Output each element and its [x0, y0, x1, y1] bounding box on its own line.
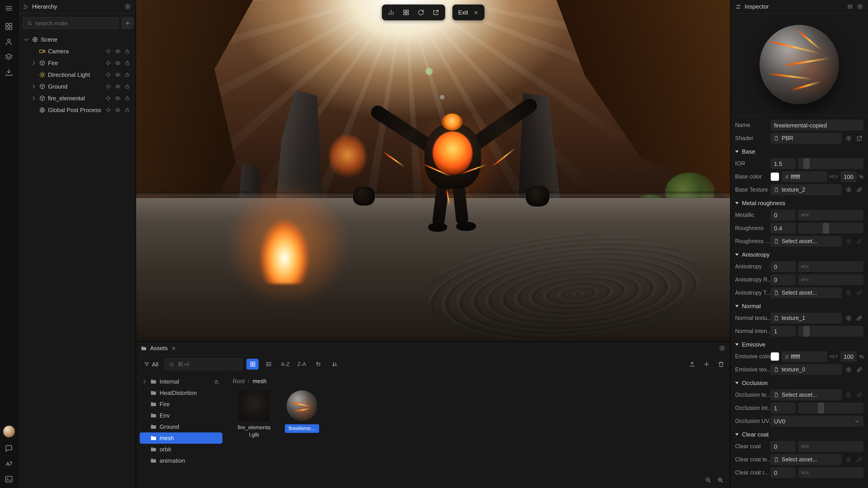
anisotropy-slider[interactable]: MIN — [798, 261, 864, 272]
normal-intensity-input[interactable]: 1 — [770, 326, 796, 337]
texture-settings-icon[interactable] — [844, 289, 852, 297]
folder-item-env[interactable]: Env — [140, 410, 222, 421]
texture-settings-icon[interactable] — [844, 186, 852, 194]
ior-slider[interactable] — [798, 158, 864, 169]
material-thumbnail[interactable] — [287, 390, 317, 421]
hierarchy-search-box[interactable] — [23, 17, 119, 29]
clear-coat-slider[interactable]: MIN — [798, 441, 864, 452]
lock-icon[interactable] — [124, 84, 130, 89]
clear-coat-roughness-input[interactable]: 0 — [770, 467, 796, 478]
section-emissive[interactable]: Emissive — [735, 341, 864, 348]
shader-settings-icon[interactable] — [844, 134, 852, 142]
section-clear-coat[interactable]: Clear coat — [735, 431, 864, 437]
grid-view-button[interactable] — [247, 359, 259, 369]
hierarchy-item-fire-elemental[interactable]: fire_elemental — [21, 92, 133, 104]
zoom-in-icon[interactable] — [717, 477, 724, 484]
name-input[interactable] — [774, 122, 860, 129]
color-swatch[interactable] — [770, 172, 779, 181]
downloads-icon[interactable] — [4, 68, 13, 77]
metallic-slider[interactable]: MIN — [798, 210, 864, 221]
inspector-settings-icon[interactable] — [857, 3, 864, 10]
viewport[interactable]: Exit — [136, 0, 730, 341]
texture-link-icon[interactable] — [855, 365, 864, 374]
add-node-button[interactable] — [122, 17, 133, 29]
texture-link-icon[interactable] — [855, 186, 864, 194]
normal-intensity-slider[interactable] — [798, 326, 864, 337]
alpha-input[interactable]: 100 — [840, 171, 857, 182]
folder-item-fire[interactable]: Fire — [140, 398, 222, 410]
folder-item-mesh[interactable]: mesh — [140, 432, 222, 444]
select-asset-chip[interactable]: Select asset... — [770, 454, 842, 465]
texture-link-icon[interactable] — [855, 237, 864, 246]
pick-icon[interactable] — [105, 48, 111, 54]
upload-icon[interactable] — [688, 361, 696, 368]
anisotropy-input[interactable]: 0 — [770, 261, 796, 272]
hierarchy-item-global-post-process[interactable]: Global Post Process — [21, 104, 133, 116]
assets-search-box[interactable] — [165, 358, 243, 370]
reload-button[interactable] — [414, 7, 428, 18]
eye-icon[interactable] — [115, 84, 121, 89]
viewport-canvas[interactable] — [136, 0, 730, 341]
material-preview[interactable] — [731, 13, 868, 116]
section-normal[interactable]: Normal — [735, 303, 864, 309]
anisotropy-rotation-input[interactable]: 0 — [770, 274, 796, 285]
asset-item-material[interactable]: fireeleme... — [283, 390, 320, 433]
model-thumbnail[interactable] — [239, 390, 270, 421]
section-base[interactable]: Base — [735, 148, 864, 155]
lock-icon[interactable] — [124, 48, 130, 54]
texture-settings-icon[interactable] — [844, 314, 852, 322]
console-icon[interactable] — [4, 475, 13, 484]
texture-link-icon[interactable] — [855, 391, 864, 399]
hierarchy-item-ground[interactable]: Ground — [21, 80, 133, 92]
metallic-input[interactable]: 0 — [770, 210, 796, 221]
texture-settings-icon[interactable] — [844, 455, 852, 464]
caret-right-icon[interactable] — [31, 60, 37, 66]
texture-link-icon[interactable] — [855, 455, 864, 464]
hierarchy-item-fire[interactable]: Fire — [21, 57, 133, 69]
section-metal-roughness[interactable]: Metal roughness — [735, 200, 864, 206]
eye-icon[interactable] — [115, 60, 121, 66]
eye-icon[interactable] — [115, 95, 121, 101]
shader-chip[interactable]: PBR — [770, 133, 842, 144]
ior-input[interactable]: 1.5 — [770, 158, 796, 169]
select-asset-chip[interactable]: Select asset... — [770, 236, 842, 247]
pick-icon[interactable] — [105, 84, 111, 89]
eye-icon[interactable] — [115, 107, 121, 113]
texture-link-icon[interactable] — [855, 314, 864, 322]
sort-asc-icon[interactable] — [312, 359, 324, 369]
texture-settings-icon[interactable] — [844, 237, 852, 246]
select-asset-chip[interactable]: Select asset... — [770, 287, 842, 298]
sort-desc-icon[interactable] — [329, 359, 341, 369]
filter-button[interactable]: All — [142, 358, 161, 370]
hex-input[interactable]: # ffffff — [782, 171, 827, 182]
folder-item-animation[interactable]: animation — [140, 455, 222, 466]
clear-coat-input[interactable]: 0 — [770, 441, 796, 452]
delete-asset-icon[interactable] — [717, 361, 725, 368]
stats-button[interactable] — [384, 7, 398, 18]
texture-link-icon[interactable] — [855, 289, 864, 297]
pick-icon[interactable] — [105, 60, 111, 66]
sort-az-button[interactable]: A-Z — [279, 361, 291, 367]
anisotropy-rotation-slider[interactable]: MIN — [798, 274, 864, 285]
close-assets-icon[interactable] — [171, 346, 176, 351]
pick-icon[interactable] — [105, 95, 111, 101]
chat-icon[interactable] — [4, 444, 13, 453]
roughness-input[interactable]: 0.4 — [770, 223, 796, 234]
folder-item-ground[interactable]: Ground — [140, 421, 222, 432]
lock-icon[interactable] — [124, 72, 130, 77]
occlusion-intensity-slider[interactable] — [798, 402, 864, 414]
name-field[interactable] — [770, 120, 864, 131]
dashboard-icon[interactable] — [4, 22, 13, 31]
hierarchy-item-camera[interactable]: Camera — [21, 45, 133, 57]
sort-za-button[interactable]: Z-A — [296, 361, 308, 367]
members-icon[interactable] — [4, 37, 13, 46]
caret-right-icon[interactable] — [142, 379, 147, 385]
asset-item-model[interactable]: fire_elemental.glb — [236, 390, 273, 438]
folder-item-internal[interactable]: Internal — [140, 376, 222, 387]
caret-right-icon[interactable] — [31, 84, 37, 89]
section-occlusion[interactable]: Occlusion — [735, 380, 864, 386]
lock-icon[interactable] — [124, 95, 130, 101]
alpha-input[interactable]: 100 — [840, 351, 857, 362]
hierarchy-item-directional-light[interactable]: Directional Light — [21, 69, 133, 80]
roughness-slider[interactable] — [798, 223, 864, 234]
